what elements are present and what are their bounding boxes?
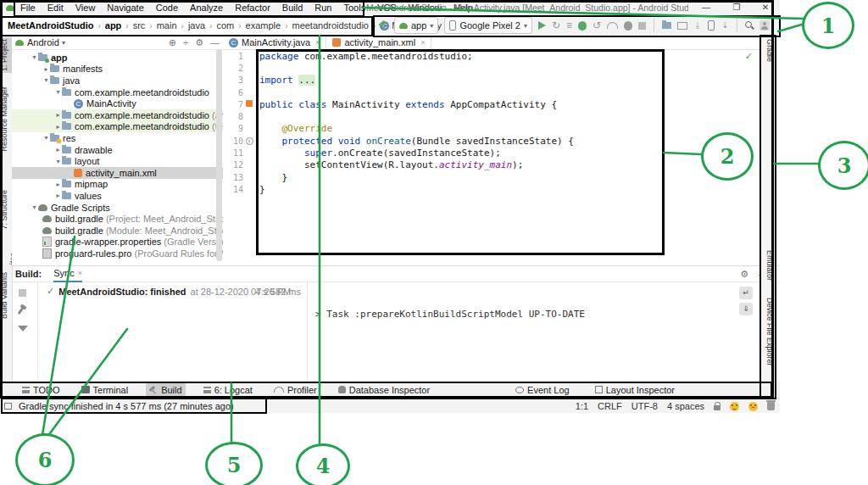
- gc-widget-icon[interactable]: [767, 402, 775, 410]
- happy-face-icon[interactable]: [730, 402, 739, 411]
- tree-item-test[interactable]: ▸com.example.meetandroidstudio(test): [12, 121, 223, 133]
- updates-button[interactable]: ⇣: [721, 21, 729, 30]
- tree-item-layout[interactable]: ▾layout: [12, 155, 223, 167]
- gear-icon[interactable]: ⚙: [195, 37, 203, 48]
- expand-arrow[interactable]: ▸: [54, 123, 62, 131]
- expand-arrow[interactable]: ▸: [54, 192, 62, 199]
- breadcrumb-item[interactable]: src: [133, 20, 146, 31]
- run-button[interactable]: [538, 21, 546, 30]
- readonly-lock-icon[interactable]: [714, 405, 721, 410]
- make-project-button[interactable]: [378, 20, 388, 31]
- hide-panel-icon[interactable]: —: [210, 37, 220, 47]
- coverage-button[interactable]: ↺: [593, 20, 601, 31]
- device-select[interactable]: Google Pixel 2 ▾: [444, 17, 532, 34]
- device-manager-button[interactable]: [708, 20, 715, 31]
- sdk-manager-button[interactable]: ⤓: [693, 21, 702, 30]
- scroll-to-end-icon[interactable]: ⇓: [739, 303, 753, 315]
- project-view-select[interactable]: Android: [27, 37, 59, 47]
- sidebar-item-project[interactable]: 1: Project: [0, 37, 12, 73]
- soft-wrap-icon[interactable]: ↵: [739, 287, 753, 299]
- tree-item-build-gradle-module[interactable]: build.gradle(Module: Meet_Android_Studio…: [12, 225, 223, 237]
- breadcrumb-item[interactable]: example: [246, 20, 281, 31]
- sidebar-item-device-file-explorer[interactable]: Device File Explorer: [762, 298, 774, 366]
- layout-inspector-button[interactable]: Layout Inspector: [592, 383, 678, 396]
- indent-setting[interactable]: 4 spaces: [667, 401, 704, 411]
- tree-item-build-gradle-project[interactable]: build.gradle(Project: Meet_Android_Studi…: [12, 213, 223, 225]
- debug-button[interactable]: [578, 21, 587, 31]
- maximize-button[interactable]: ❐: [726, 1, 748, 14]
- tree-item-values[interactable]: ▸values: [12, 190, 223, 202]
- build-button[interactable]: Build: [146, 383, 185, 396]
- menu-view[interactable]: View: [75, 3, 96, 13]
- tree-item-proguard-rules[interactable]: proguard-rules.pro(ProGuard Rules for Me…: [12, 248, 223, 259]
- tree-item-mipmap[interactable]: ▸mipmap: [12, 179, 223, 191]
- expand-arrow[interactable]: ▸: [54, 111, 62, 119]
- search-everywhere-button[interactable]: [745, 21, 754, 30]
- event-log-button[interactable]: Event Log: [512, 383, 573, 396]
- file-encoding[interactable]: UTF-8: [632, 401, 658, 411]
- avd-manager-button[interactable]: [677, 22, 687, 30]
- sidebar-item-emulator[interactable]: Emulator: [762, 250, 774, 281]
- caret-position[interactable]: 1:1: [576, 401, 588, 411]
- menu-code[interactable]: Code: [156, 3, 178, 13]
- menu-tools[interactable]: Tools: [343, 3, 365, 13]
- logcat-button[interactable]: 6: Logcat: [200, 383, 256, 396]
- sync-gradle-button[interactable]: [662, 22, 671, 29]
- minimize-button[interactable]: —: [695, 1, 717, 14]
- pin-icon[interactable]: [18, 307, 25, 315]
- run-configuration-select[interactable]: app ▾: [394, 17, 438, 34]
- expand-arrow[interactable]: ▸: [42, 65, 50, 73]
- breadcrumb-item[interactable]: app: [105, 20, 122, 31]
- editor-area[interactable]: C MainActivity.java × activity_main.xml …: [223, 36, 761, 265]
- override-gutter-icon[interactable]: ↑: [246, 137, 253, 145]
- expand-arrow[interactable]: ▸: [54, 146, 62, 153]
- menu-navigate[interactable]: Navigate: [107, 3, 143, 13]
- sidebar-item-gradle[interactable]: Gradle: [762, 39, 774, 62]
- folded-imports[interactable]: ...: [298, 75, 315, 86]
- tree-item-app[interactable]: ▾app: [12, 52, 223, 64]
- breadcrumb-item[interactable]: java: [188, 20, 205, 31]
- tab-activity-main-xml[interactable]: activity_main.xml ×: [326, 36, 431, 49]
- tree-item-package[interactable]: ▾com.example.meetandroidstudio: [12, 86, 223, 98]
- close-button[interactable]: ✕: [754, 1, 776, 14]
- tree-item-gradle-scripts[interactable]: ▾Gradle Scripts: [12, 202, 223, 214]
- sidebar-item-resource-manager[interactable]: Resource Manager: [0, 85, 12, 153]
- breadcrumb-item[interactable]: main: [157, 20, 177, 31]
- expand-arrow[interactable]: ▾: [42, 134, 50, 142]
- breadcrumb-item[interactable]: com: [216, 20, 234, 31]
- project-scrollbar[interactable]: [216, 49, 222, 261]
- stop-icon[interactable]: [19, 289, 26, 297]
- tree-item-androidtest[interactable]: ▸com.example.meetandroidstudio(androidTe…: [12, 109, 223, 121]
- menu-analyze[interactable]: Analyze: [190, 3, 223, 13]
- expand-arrow[interactable]: ▾: [42, 76, 50, 84]
- tab-mainactivity-java[interactable]: C MainActivity.java ×: [223, 36, 326, 49]
- terminal-button[interactable]: Terminal: [78, 383, 132, 396]
- expand-arrow[interactable]: ▾: [31, 53, 38, 61]
- menu-refactor[interactable]: Refactor: [235, 3, 270, 13]
- build-splitter[interactable]: [307, 282, 308, 382]
- close-icon[interactable]: ×: [315, 38, 320, 47]
- gear-icon[interactable]: ⚙: [740, 269, 748, 280]
- menu-build[interactable]: Build: [282, 3, 303, 13]
- breadcrumb-item[interactable]: MeetAndroidStudio: [8, 20, 93, 31]
- code-editor[interactable]: 1package com.example.meetandroidstudio; …: [223, 50, 761, 196]
- collapse-all-icon[interactable]: ÷: [183, 37, 188, 47]
- line-separator[interactable]: CRLF: [598, 401, 622, 411]
- close-icon[interactable]: ×: [420, 38, 425, 47]
- attach-debugger-button[interactable]: [624, 21, 632, 31]
- profiler-button[interactable]: [607, 22, 618, 29]
- tree-item-java[interactable]: ▾java: [12, 75, 223, 86]
- apply-changes-button[interactable]: ↻: [552, 20, 560, 31]
- menu-edit[interactable]: Edit: [47, 3, 64, 13]
- tree-item-gradle-wrapper[interactable]: gradle-wrapper.properties(Gradle Version…: [12, 237, 223, 248]
- stop-button[interactable]: [638, 22, 646, 30]
- tree-item-res[interactable]: ▾res: [12, 132, 223, 144]
- sidebar-item-build-variants[interactable]: Build Variants: [0, 270, 12, 321]
- expand-arrow[interactable]: ▸: [54, 181, 62, 188]
- tree-item-manifests[interactable]: ▸manifests: [12, 64, 223, 75]
- apply-code-changes-button[interactable]: ≡: [566, 20, 572, 31]
- locate-file-icon[interactable]: ⊕: [169, 37, 176, 48]
- close-icon[interactable]: ×: [78, 269, 82, 277]
- expand-arrow[interactable]: ▾: [31, 203, 38, 211]
- breadcrumb-item[interactable]: meetandroidstudio: [292, 20, 369, 31]
